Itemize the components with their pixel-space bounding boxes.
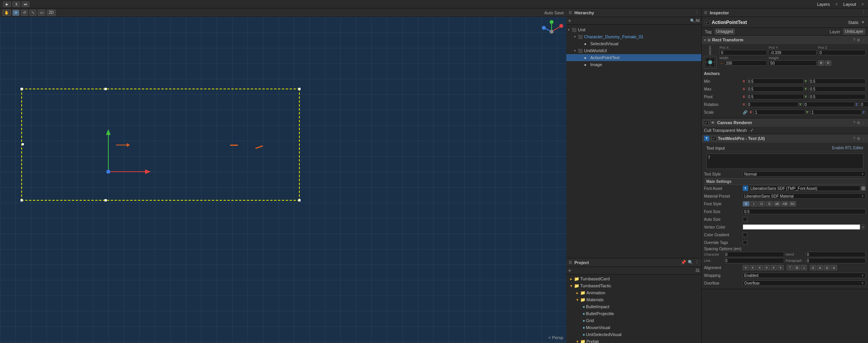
handle-bl[interactable] bbox=[21, 199, 23, 201]
handle-tm[interactable] bbox=[104, 88, 107, 90]
handle-bm[interactable] bbox=[104, 199, 107, 201]
pos-y-field[interactable] bbox=[769, 50, 816, 55]
scale-y-field[interactable] bbox=[810, 109, 862, 115]
tmp-help-icon[interactable]: ? bbox=[853, 137, 855, 141]
pos-z-field[interactable] bbox=[818, 50, 866, 55]
scale-tool[interactable]: ⤡ bbox=[29, 10, 36, 16]
wrapping-dropdown[interactable]: Enabled ▼ bbox=[743, 273, 866, 278]
folder-materials[interactable]: ▾ 📁 Materials bbox=[566, 296, 701, 303]
hierarchy-search[interactable]: 🔍 All bbox=[690, 19, 700, 23]
folder-animation[interactable]: ▸ 📁 Animation bbox=[566, 289, 701, 296]
min-y-field[interactable] bbox=[809, 78, 866, 84]
handle-tl[interactable] bbox=[21, 88, 23, 90]
rt-settings-icon[interactable]: ⚙ bbox=[857, 38, 860, 42]
align-flush[interactable]: ≡ bbox=[777, 265, 784, 270]
move-tool[interactable]: ✛ bbox=[12, 10, 19, 16]
pivot-y-field[interactable] bbox=[809, 94, 866, 99]
auto-size-checkbox[interactable] bbox=[743, 217, 747, 222]
pos-x-field[interactable] bbox=[719, 50, 767, 55]
align-justify[interactable]: ≡ bbox=[764, 265, 770, 270]
file-grid[interactable]: ● Grid bbox=[566, 317, 701, 324]
scene-canvas[interactable]: < Persp bbox=[0, 17, 566, 343]
tmp-settings-icon[interactable]: ⚙ bbox=[857, 137, 860, 141]
para-spacing-field[interactable] bbox=[806, 258, 866, 263]
fs-uppercase[interactable]: AB bbox=[781, 201, 788, 206]
fs-italic[interactable]: I bbox=[750, 201, 757, 206]
height-field[interactable] bbox=[769, 60, 816, 66]
align-center[interactable]: ≡ bbox=[750, 265, 756, 270]
vertex-color-swatch[interactable] bbox=[743, 224, 860, 230]
pause-button[interactable]: ⏸ bbox=[12, 2, 20, 7]
tag-select[interactable]: Untagged bbox=[715, 29, 735, 34]
rot-y-field[interactable] bbox=[803, 102, 855, 107]
tree-item-image[interactable]: ● Image bbox=[566, 61, 701, 68]
scale-x-field[interactable] bbox=[754, 109, 805, 115]
project-search[interactable]: 🔍 bbox=[688, 260, 693, 265]
align-justify-last[interactable]: ≡ bbox=[771, 265, 777, 270]
text-style-dropdown[interactable]: Normal ▼ bbox=[743, 171, 866, 177]
align-vmid[interactable]: ⊟ bbox=[794, 265, 800, 270]
handle-br[interactable] bbox=[298, 199, 301, 201]
align-geo4[interactable]: A bbox=[831, 265, 837, 270]
file-bulletimpact[interactable]: ● BulletImpact bbox=[566, 303, 701, 310]
align-top[interactable]: ⊤ bbox=[787, 265, 793, 270]
rect-tool[interactable]: ▭ bbox=[38, 10, 45, 16]
vertex-color-pin[interactable]: ⊙ bbox=[861, 225, 866, 229]
inspector-menu-icon[interactable]: ⋮ bbox=[861, 10, 866, 15]
add-hierarchy-btn[interactable]: + bbox=[568, 18, 571, 24]
pivot-x-field[interactable] bbox=[747, 94, 804, 99]
fs-underline[interactable]: U bbox=[758, 201, 765, 206]
wh-btn-2[interactable]: P bbox=[825, 60, 831, 66]
project-menu[interactable]: ⋮ bbox=[695, 260, 699, 265]
line-spacing-field[interactable] bbox=[724, 258, 784, 263]
align-right[interactable]: ≡ bbox=[757, 265, 763, 270]
override-tags-checkbox[interactable] bbox=[743, 240, 747, 245]
align-left[interactable]: ≡ bbox=[743, 265, 749, 270]
fs-strikethrough[interactable]: S bbox=[766, 201, 773, 206]
folder-turnbasedcard[interactable]: ▸ 📁 TurnbasedCard bbox=[566, 275, 701, 282]
word-spacing-field[interactable] bbox=[806, 252, 866, 257]
rt-more-icon[interactable]: ⋮ bbox=[862, 38, 866, 42]
tree-item-selectedvisual[interactable]: ● SelectedVisual bbox=[566, 40, 701, 47]
fs-lowercase[interactable]: ab bbox=[774, 201, 781, 206]
play-button[interactable]: ▶ bbox=[3, 2, 11, 7]
tmp-checkbox[interactable]: ✓ bbox=[712, 136, 716, 141]
rect-transform-header[interactable]: ▾ ⊞ Rect Transform ? ⚙ ⋮ bbox=[702, 36, 868, 44]
rt-help-icon[interactable]: ? bbox=[853, 38, 855, 42]
anchor-widget[interactable] bbox=[704, 56, 716, 68]
tree-item-character[interactable]: ▾ ⬛ Character_Dummy_Female_01 bbox=[566, 33, 701, 40]
font-asset-dropdown[interactable]: LiberationSans SDF (TMP_Font Asset) bbox=[749, 186, 860, 191]
cr-settings-icon[interactable]: ⚙ bbox=[857, 121, 860, 125]
layout-label[interactable]: Layout bbox=[843, 2, 856, 7]
tmp-text-area[interactable]: 7 bbox=[706, 154, 863, 169]
2d-toggle[interactable]: 2D bbox=[47, 10, 56, 16]
rotate-tool[interactable]: ↺ bbox=[21, 10, 28, 16]
add-project-btn[interactable]: + bbox=[568, 268, 571, 274]
canvas-renderer-checkbox[interactable]: ✓ bbox=[704, 120, 709, 125]
handle-tr[interactable] bbox=[298, 88, 301, 90]
align-geo3[interactable]: A bbox=[824, 265, 830, 270]
char-spacing-field[interactable] bbox=[724, 252, 784, 257]
max-x-field[interactable] bbox=[747, 86, 804, 92]
hierarchy-menu-icon[interactable]: ⋮ bbox=[695, 10, 699, 15]
rot-x-field[interactable] bbox=[747, 102, 798, 107]
enable-rtl-btn[interactable]: Enable RTL Editor bbox=[832, 146, 863, 150]
material-preset-dropdown[interactable]: LiberationSans SDF Material ▼ bbox=[743, 193, 866, 199]
fs-smallcaps[interactable]: SC bbox=[789, 201, 796, 206]
layers-label[interactable]: Layers bbox=[817, 2, 830, 7]
tree-item-unitworldui[interactable]: ▾ ⬛ UnitWorldUI bbox=[566, 47, 701, 54]
overflow-dropdown[interactable]: Overflow ▼ bbox=[743, 280, 866, 286]
layer-select[interactable]: UnitsLayer bbox=[843, 29, 865, 34]
max-y-field[interactable] bbox=[809, 86, 866, 92]
tmp-header[interactable]: T ✓ TextMeshPro - Text (UI) ? ⚙ ⋮ bbox=[702, 134, 868, 143]
align-bottom[interactable]: ⊥ bbox=[801, 265, 807, 270]
fs-bold[interactable]: B bbox=[743, 201, 750, 206]
tmp-more-icon[interactable]: ⋮ bbox=[862, 137, 866, 141]
file-bulletprojectile[interactable]: ● BulletProjectile bbox=[566, 310, 701, 317]
font-size-field[interactable] bbox=[743, 209, 866, 214]
width-field[interactable] bbox=[724, 60, 767, 66]
static-dropdown[interactable]: ▼ bbox=[861, 20, 865, 24]
folder-prefab[interactable]: ▾ 📁 Prefab bbox=[566, 338, 701, 343]
hand-tool[interactable]: ✋ bbox=[2, 10, 11, 16]
cr-more-icon[interactable]: ⋮ bbox=[862, 121, 866, 125]
